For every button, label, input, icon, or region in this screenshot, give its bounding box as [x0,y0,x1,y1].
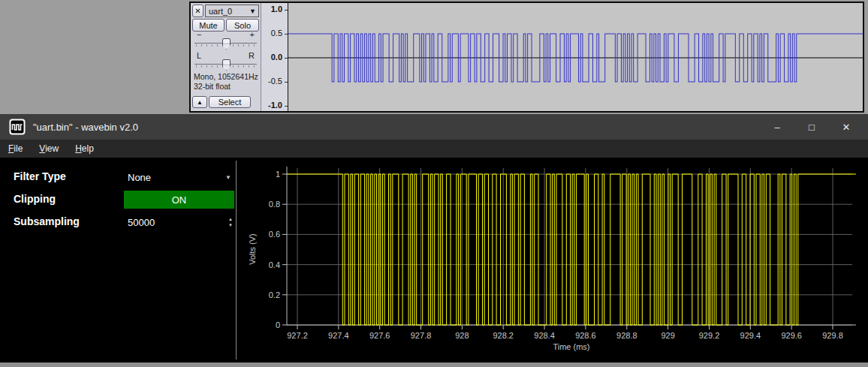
ruler-tick-mark [285,58,288,59]
pan-right-label: R [249,51,255,60]
audacity-track-control-panel: ✕ uart_0 ▼ Mute Solo − + L R Mono, 10526… [191,3,261,111]
gain-max-label: + [250,30,255,39]
ruler-tick-label: 1.0 [271,5,282,14]
select-button[interactable]: Select [209,96,251,108]
wavebin-menubar: FileViewHelp [0,140,868,158]
subsampling-value: 50000 [124,217,228,228]
menu-item-view[interactable]: View [31,143,67,154]
audacity-ruler: 1.00.50.0-0.5-1.0 [261,3,288,111]
audacity-waveform-area[interactable] [288,3,863,111]
x-tick-label: 929.6 [781,331,802,340]
wavebin-app-icon [9,119,26,135]
filter-type-value: None [124,172,225,183]
menu-item-file[interactable]: File [0,143,31,154]
ruler-tick-mark [285,106,288,107]
collapse-track-button[interactable]: ▲ [192,96,207,108]
gain-slider-thumb[interactable] [222,38,231,50]
y-tick-label: 0.6 [269,230,280,239]
y-tick-label: 0 [276,320,280,329]
track-close-button[interactable]: ✕ [192,5,203,17]
y-tick-label: 1 [276,170,280,179]
ruler-tick-label: -0.5 [268,77,282,86]
x-tick-label: 928.6 [575,331,596,340]
clipping-label: Clipping [14,193,56,205]
spin-down-icon[interactable]: ▼ [228,223,233,227]
pan-slider-thumb[interactable] [222,59,231,71]
filter-type-label: Filter Type [14,170,66,182]
ruler-tick-mark [285,10,288,11]
y-tick-label: 0.4 [269,260,280,269]
y-tick-label: 0.8 [269,200,280,209]
window-bottom-edge [0,362,868,367]
x-tick-label: 929 [661,331,674,340]
wavebin-signal-trace [287,174,856,325]
track-name-dropdown[interactable]: uart_0 ▼ [205,5,259,17]
close-button[interactable]: ✕ [829,114,863,140]
audacity-window: ✕ uart_0 ▼ Mute Solo − + L R Mono, 10526… [189,2,864,113]
pan-left-label: L [197,51,201,60]
ruler-tick-mark [285,34,288,35]
track-format-info-line2: 32-bit float [194,82,231,91]
wavebin-content: Filter Type None ▼ Clipping ON Subsampli… [0,158,868,362]
clipping-toggle-button[interactable]: ON [124,191,234,209]
x-tick-label: 927.2 [287,331,308,340]
chevron-down-icon: ▼ [225,174,234,181]
minimize-button[interactable]: – [760,114,794,140]
x-tick-label: 928.8 [616,331,637,340]
ruler-tick-label: 0.5 [271,29,282,38]
maximize-button[interactable]: □ [794,114,829,140]
x-tick-label: 929.8 [822,331,843,340]
track-name: uart_0 [206,7,249,16]
wavebin-titlebar: "uart.bin" - wavebin v2.0 – □ ✕ [0,114,868,140]
ruler-tick-mark [285,82,288,83]
wavebin-plot-svg[interactable]: 927.2927.4927.6927.8928928.2928.4928.692… [237,158,866,362]
audacity-waveform-svg [288,3,863,111]
track-format-info-line1: Mono, 1052641Hz [194,72,258,81]
x-tick-label: 928.4 [534,331,555,340]
gain-min-label: − [197,30,201,39]
subsampling-label: Subsampling [14,215,80,227]
x-tick-label: 929.4 [740,331,761,340]
chevron-down-icon: ▼ [249,8,258,15]
x-tick-label: 928.2 [493,331,514,340]
x-tick-label: 929.2 [699,331,720,340]
desktop-background: ✕ uart_0 ▼ Mute Solo − + L R Mono, 10526… [0,0,868,367]
y-tick-label: 0.2 [269,290,280,299]
ruler-tick-label: 0.0 [271,53,282,62]
y-axis-title: Volts (V) [248,233,257,265]
x-tick-label: 927.4 [328,331,349,340]
filter-type-dropdown[interactable]: None ▼ [124,168,234,186]
window-title: "uart.bin" - wavebin v2.0 [33,122,760,133]
ruler-tick-label: -1.0 [268,101,282,110]
wavebin-window: "uart.bin" - wavebin v2.0 – □ ✕ FileView… [0,114,868,367]
x-tick-label: 927.8 [411,331,432,340]
x-axis-title: Time (ms) [553,342,589,351]
subsampling-spinbox[interactable]: 50000 ▲ ▼ [124,213,234,231]
spin-up-icon[interactable]: ▲ [228,217,233,221]
menu-item-help[interactable]: Help [67,143,102,154]
x-tick-label: 928 [455,331,469,340]
x-tick-label: 927.6 [369,331,390,340]
